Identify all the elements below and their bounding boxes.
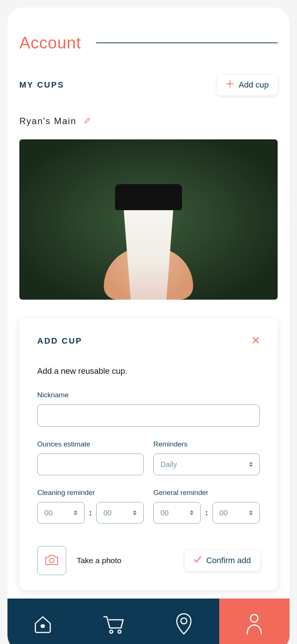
svg-point-4 — [250, 615, 258, 622]
stepper-icon — [249, 462, 253, 467]
cup-photo — [19, 139, 278, 300]
header-divider — [96, 42, 278, 43]
bottom-nav — [7, 599, 290, 644]
home-icon — [32, 613, 54, 637]
time-colon: : — [89, 508, 92, 518]
nav-location[interactable] — [148, 599, 219, 644]
general-hour-value: 00 — [160, 509, 169, 517]
stepper-icon — [249, 510, 253, 515]
profile-icon — [245, 613, 264, 637]
card-footer: Take a photo Confirm add — [37, 546, 260, 575]
cleaning-label: Cleaning reminder — [37, 489, 144, 497]
nav-profile[interactable] — [219, 599, 290, 644]
app-screen: Account MY CUPS Add cup Ryan's Main — [7, 7, 290, 644]
add-cup-card: ADD CUP Add a new reusable cup. Nickname… — [19, 318, 278, 590]
stepper-icon — [133, 510, 137, 515]
time-colon: : — [205, 508, 208, 518]
card-header: ADD CUP — [37, 336, 260, 346]
reminders-select[interactable]: Daily — [153, 454, 260, 475]
ounces-input[interactable] — [37, 454, 144, 475]
svg-point-3 — [181, 618, 187, 624]
my-cups-header: MY CUPS Add cup — [19, 75, 278, 95]
close-icon[interactable] — [252, 336, 260, 346]
cup-name: Ryan's Main — [19, 116, 76, 126]
cleaning-minute-value: 00 — [103, 509, 112, 517]
add-cup-label: Add cup — [239, 80, 269, 90]
cleaning-hour-value: 00 — [44, 509, 52, 517]
edit-icon[interactable] — [84, 117, 91, 126]
page-title: Account — [19, 34, 81, 52]
page-header: Account — [19, 34, 278, 52]
ounces-label: Ounces estimate — [37, 440, 144, 448]
cleaning-hour-stepper[interactable]: 00 — [37, 502, 84, 524]
my-cups-label: MY CUPS — [19, 80, 64, 90]
general-hour-stepper[interactable]: 00 — [153, 502, 201, 524]
content-area: Account MY CUPS Add cup Ryan's Main — [7, 7, 290, 599]
card-title: ADD CUP — [37, 336, 82, 346]
nickname-input[interactable] — [37, 404, 260, 427]
plus-icon — [226, 80, 234, 90]
svg-point-0 — [50, 558, 54, 563]
nickname-label: Nickname — [37, 391, 260, 399]
check-icon — [194, 555, 202, 566]
stepper-icon — [190, 510, 194, 515]
camera-icon — [44, 553, 59, 568]
cart-icon — [101, 613, 125, 637]
reminders-label: Reminders — [153, 440, 260, 448]
nav-cart[interactable] — [78, 599, 149, 644]
reminders-value: Daily — [160, 460, 177, 469]
general-minute-value: 00 — [220, 509, 228, 517]
confirm-add-label: Confirm add — [206, 556, 251, 565]
confirm-add-button[interactable]: Confirm add — [185, 550, 260, 571]
nav-home[interactable] — [7, 599, 78, 644]
add-cup-button[interactable]: Add cup — [217, 75, 278, 95]
general-minute-stepper[interactable]: 00 — [213, 502, 260, 524]
general-label: General reminder — [153, 489, 260, 497]
take-photo-button[interactable] — [37, 546, 66, 575]
location-icon — [175, 612, 193, 638]
cup-name-row: Ryan's Main — [19, 116, 278, 126]
cleaning-minute-stepper[interactable]: 00 — [96, 502, 144, 524]
svg-point-2 — [118, 630, 121, 633]
stepper-icon — [74, 510, 77, 515]
svg-point-1 — [110, 630, 113, 633]
card-subtitle: Add a new reusable cup. — [37, 366, 260, 376]
take-photo-label: Take a photo — [77, 556, 121, 565]
